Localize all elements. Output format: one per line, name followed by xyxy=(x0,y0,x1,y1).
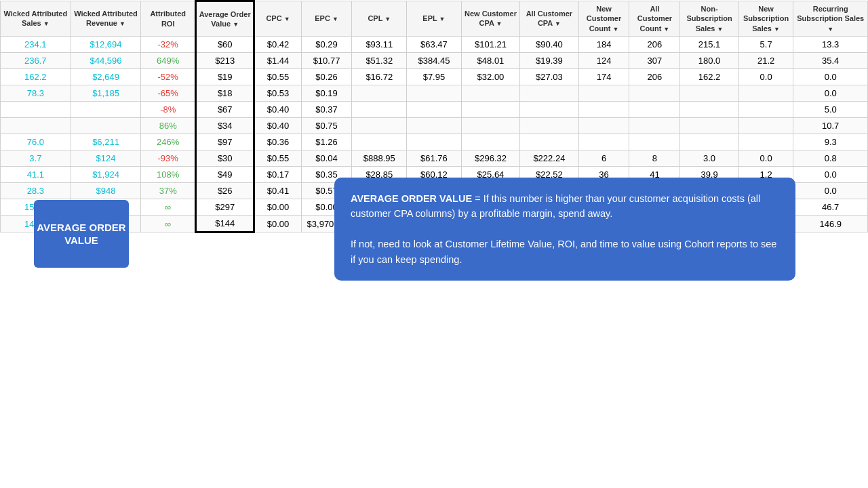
cell-all-cust-cpa xyxy=(520,85,578,102)
table-row: 86%$34$0.40$0.7510.7 xyxy=(1,118,868,134)
header-epc[interactable]: EPC ▼ xyxy=(301,1,352,37)
header-wicked-sales[interactable]: Wicked Attributed Sales ▼ xyxy=(1,1,71,37)
cell-roi: -52% xyxy=(141,69,196,85)
cell-all-cust-cpa: $19.39 xyxy=(520,53,578,69)
header-new-sub-sales[interactable]: New Subscription Sales ▼ xyxy=(738,1,793,37)
cell-epc: $0.04 xyxy=(301,150,352,167)
cell-cpl: $93.11 xyxy=(352,37,407,53)
cell-new-cust-count xyxy=(578,85,629,102)
cell-all-cust-cpa xyxy=(520,118,578,134)
cell-all-cust-count: 8 xyxy=(629,150,680,167)
cell-aov: $49 xyxy=(196,167,254,183)
cell-non-sub-sales: 162.2 xyxy=(680,69,738,85)
cell-non-sub-sales: 215.1 xyxy=(680,37,738,53)
cell-aov: $30 xyxy=(196,150,254,167)
cell-cpl xyxy=(352,134,407,150)
sort-icon[interactable]: ▼ xyxy=(717,26,724,33)
cell-cpc: $0.17 xyxy=(254,167,301,183)
cell-cpl: $888.95 xyxy=(352,150,407,167)
cell-cpc: $0.42 xyxy=(254,37,301,53)
sort-icon[interactable]: ▼ xyxy=(119,20,125,27)
header-aov[interactable]: Average Order Value ▼ xyxy=(196,1,254,37)
cell-epc: $0.75 xyxy=(301,118,352,134)
cell-wicked-revenue: $124 xyxy=(71,150,141,167)
cell-all-cust-count: 206 xyxy=(629,69,680,85)
cell-aov: $60 xyxy=(196,37,254,53)
cell-rec-sub-sales: 0.0 xyxy=(793,85,868,102)
cell-wicked-revenue: $948 xyxy=(71,183,141,199)
cell-wicked-sales xyxy=(1,102,71,118)
header-rec-sub-sales[interactable]: Recurring Subscription Sales ▼ xyxy=(793,1,868,37)
sort-icon[interactable]: ▼ xyxy=(663,26,669,33)
cell-non-sub-sales xyxy=(680,102,738,118)
header-cpc[interactable]: CPC ▼ xyxy=(254,1,301,37)
cell-epc: $0.19 xyxy=(301,85,352,102)
cell-all-cust-count xyxy=(629,85,680,102)
sort-icon[interactable]: ▼ xyxy=(827,26,833,33)
cell-cpl xyxy=(352,85,407,102)
header-new-cust-cpa[interactable]: New Customer CPA ▼ xyxy=(461,1,519,37)
cell-epl xyxy=(407,118,462,134)
header-non-sub-sales[interactable]: Non-Subscription Sales ▼ xyxy=(680,1,738,37)
cell-new-cust-count: 174 xyxy=(578,69,629,85)
cell-new-sub-sales xyxy=(738,134,793,150)
cell-new-sub-sales: 5.7 xyxy=(738,37,793,53)
cell-roi: 246% xyxy=(141,134,196,150)
cell-cpc: $0.55 xyxy=(254,69,301,85)
header-wicked-revenue[interactable]: Wicked Attributed Revenue ▼ xyxy=(71,1,141,37)
table-row: 76.0$6,211246%$97$0.36$1.269.3 xyxy=(1,134,868,150)
cell-epc: $1.26 xyxy=(301,134,352,150)
cell-all-cust-count xyxy=(629,118,680,134)
cell-epc: $0.29 xyxy=(301,37,352,53)
cell-rec-sub-sales: 13.3 xyxy=(793,37,868,53)
cell-cpl xyxy=(352,118,407,134)
cell-wicked-sales xyxy=(1,118,71,134)
cell-roi: ∞ xyxy=(141,199,196,216)
cell-aov: $67 xyxy=(196,102,254,118)
sort-icon[interactable]: ▼ xyxy=(284,16,290,22)
sort-icon[interactable]: ▼ xyxy=(43,20,50,27)
header-cpl[interactable]: CPL ▼ xyxy=(352,1,407,37)
header-row: Wicked Attributed Sales ▼ Wicked Attribu… xyxy=(1,1,868,37)
sort-icon[interactable]: ▼ xyxy=(555,20,561,27)
table-row: 3.7$124-93%$30$0.55$0.04$888.95$61.76$29… xyxy=(1,150,868,167)
cell-rec-sub-sales: 5.0 xyxy=(793,102,868,118)
cell-rec-sub-sales: 0.0 xyxy=(793,69,868,85)
cell-all-cust-cpa: $90.40 xyxy=(520,37,578,53)
cell-rec-sub-sales: 146.9 xyxy=(793,216,868,232)
cell-all-cust-cpa: $222.24 xyxy=(520,150,578,167)
cell-new-cust-count xyxy=(578,102,629,118)
cell-all-cust-count xyxy=(629,102,680,118)
cell-wicked-revenue xyxy=(71,102,141,118)
sort-icon[interactable]: ▼ xyxy=(384,16,391,22)
header-all-cust-cpa[interactable]: All Customer CPA ▼ xyxy=(520,1,578,37)
cell-wicked-sales: 3.7 xyxy=(1,150,71,167)
cell-new-cust-count: 184 xyxy=(578,37,629,53)
header-epl[interactable]: EPL ▼ xyxy=(407,1,462,37)
cell-aov: $18 xyxy=(196,85,254,102)
header-new-cust-count[interactable]: New Customer Count ▼ xyxy=(578,1,629,37)
sort-icon[interactable]: ▼ xyxy=(774,26,780,33)
table-row: 78.3$1,185-65%$18$0.53$0.190.0 xyxy=(1,85,868,102)
cell-epc: $0.26 xyxy=(301,69,352,85)
tooltip-text2: If not, need to look at Customer Lifetim… xyxy=(351,239,776,264)
cell-roi: 86% xyxy=(141,118,196,134)
header-roi[interactable]: Attributed ROI xyxy=(141,1,196,37)
sort-icon[interactable]: ▼ xyxy=(233,21,239,28)
cell-wicked-sales: 236.7 xyxy=(1,53,71,69)
cell-epl: $63.47 xyxy=(407,37,462,53)
cell-epl xyxy=(407,85,462,102)
cell-new-cust-count xyxy=(578,134,629,150)
header-all-cust-count[interactable]: All Customer Count ▼ xyxy=(629,1,680,37)
cell-wicked-sales: 78.3 xyxy=(1,85,71,102)
sort-icon[interactable]: ▼ xyxy=(332,16,338,22)
sort-icon[interactable]: ▼ xyxy=(439,16,446,22)
cell-cpc: $0.41 xyxy=(254,183,301,199)
table-wrapper: Wicked Attributed Sales ▼ Wicked Attribu… xyxy=(0,0,868,488)
cell-wicked-sales: 76.0 xyxy=(1,134,71,150)
cell-all-cust-cpa xyxy=(520,102,578,118)
sort-icon[interactable]: ▼ xyxy=(612,26,618,33)
sort-icon[interactable]: ▼ xyxy=(496,20,502,27)
cell-aov: $144 xyxy=(196,216,254,232)
cell-cpc: $0.40 xyxy=(254,118,301,134)
